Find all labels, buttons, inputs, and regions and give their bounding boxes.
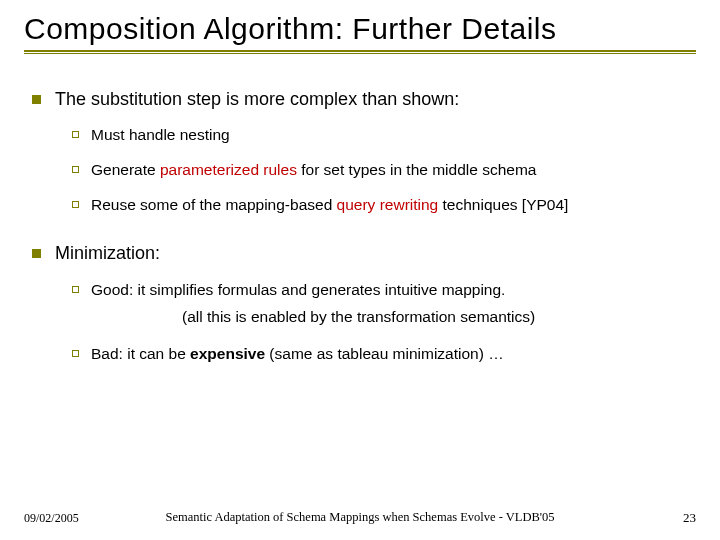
sub-bullet-icon xyxy=(72,201,79,208)
text-run: Must handle nesting xyxy=(91,126,230,143)
sub-bullet-icon xyxy=(72,166,79,173)
sub-item: Generate parameterized rules for set typ… xyxy=(72,160,696,181)
sub-text: Must handle nesting xyxy=(91,125,230,146)
sub-bullet-icon xyxy=(72,131,79,138)
sub-list: Good: it simplifies formulas and generat… xyxy=(32,280,696,366)
slide-content: The substitution step is more complex th… xyxy=(24,56,696,365)
text-run-accent: query rewriting xyxy=(337,196,439,213)
footer-date: 09/02/2005 xyxy=(24,511,79,526)
sub-item: Bad: it can be expensive (same as tablea… xyxy=(72,344,696,365)
footer-page-number: 23 xyxy=(683,510,696,526)
sub-bullet-icon xyxy=(72,350,79,357)
bullet-text: The substitution step is more complex th… xyxy=(55,88,459,111)
sub-text: Good: it simplifies formulas and generat… xyxy=(91,280,505,301)
text-run: techniques [YP04] xyxy=(438,196,568,213)
sub-text: Bad: it can be expensive (same as tablea… xyxy=(91,344,504,365)
sub-text: Reuse some of the mapping-based query re… xyxy=(91,195,568,216)
text-run-accent: parameterized rules xyxy=(160,161,297,178)
text-run: Good: it simplifies formulas and generat… xyxy=(91,281,505,298)
sub-list: Must handle nesting Generate parameteriz… xyxy=(32,125,696,216)
slide-title: Composition Algorithm: Further Details xyxy=(24,12,696,46)
bullet-icon xyxy=(32,95,41,104)
text-run: Generate xyxy=(91,161,160,178)
bullet-item: The substitution step is more complex th… xyxy=(32,88,696,111)
sub-note: (all this is enabled by the transformati… xyxy=(72,308,696,326)
footer-title: Semantic Adaptation of Schema Mappings w… xyxy=(165,510,554,525)
sub-text: Generate parameterized rules for set typ… xyxy=(91,160,536,181)
bullet-text: Minimization: xyxy=(55,242,160,265)
bullet-icon xyxy=(32,249,41,258)
text-run: Reuse some of the mapping-based xyxy=(91,196,337,213)
slide-footer: 09/02/2005 Semantic Adaptation of Schema… xyxy=(0,510,720,526)
sub-bullet-icon xyxy=(72,286,79,293)
text-run: for set types in the middle schema xyxy=(297,161,537,178)
title-underline xyxy=(24,50,696,54)
text-run: (same as tableau minimization) … xyxy=(265,345,504,362)
text-run-bold: expensive xyxy=(190,345,265,362)
text-run: Bad: it can be xyxy=(91,345,190,362)
sub-item: Reuse some of the mapping-based query re… xyxy=(72,195,696,216)
sub-item: Must handle nesting xyxy=(72,125,696,146)
slide: Composition Algorithm: Further Details T… xyxy=(0,0,720,540)
sub-item: Good: it simplifies formulas and generat… xyxy=(72,280,696,301)
bullet-item: Minimization: xyxy=(32,242,696,265)
